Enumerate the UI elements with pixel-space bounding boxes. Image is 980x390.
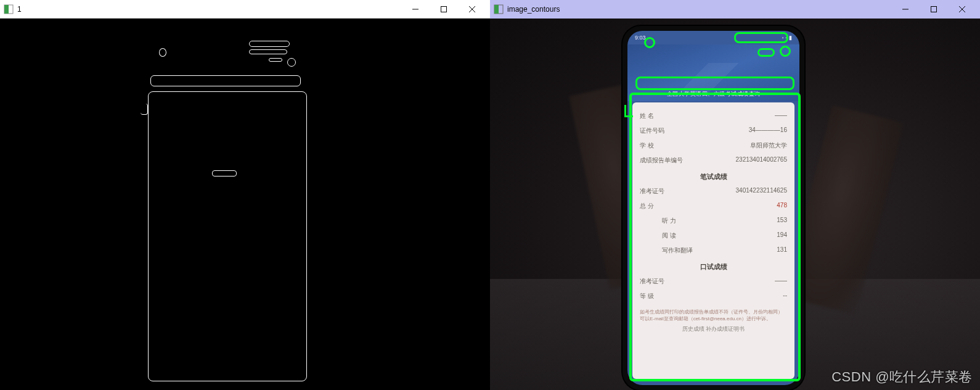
window-controls xyxy=(401,0,486,18)
photo-canvas: 9:03 ◦ ◦ ▮ 全国大学英语四、六级考试成绩查询 姓 名 —— xyxy=(490,19,980,390)
svg-rect-9 xyxy=(931,7,937,12)
edge-canvas xyxy=(0,19,490,390)
title-left: 1 xyxy=(17,5,401,14)
titlebar-left[interactable]: 1 xyxy=(0,0,490,19)
contour-main xyxy=(148,91,307,381)
window-edge-view: 1 xyxy=(0,0,490,390)
green-contour xyxy=(757,48,775,57)
contour xyxy=(269,58,282,62)
contour xyxy=(141,104,148,115)
close-button[interactable] xyxy=(458,0,486,18)
contour xyxy=(287,58,296,67)
titlebar-right[interactable]: image_contours xyxy=(490,0,980,19)
contour xyxy=(249,41,290,47)
contour xyxy=(159,48,166,57)
svg-rect-1 xyxy=(4,5,9,14)
window-controls xyxy=(891,0,976,19)
watermark: CSDN @吃什么芹菜卷 xyxy=(831,368,973,386)
back-icon xyxy=(634,60,645,72)
refresh-icon xyxy=(782,60,793,72)
contour xyxy=(249,49,287,54)
green-contour xyxy=(635,77,794,90)
app-icon xyxy=(494,4,504,14)
green-contour xyxy=(780,46,791,57)
contour xyxy=(212,170,237,176)
window-contours-view: image_contours 9:03 ◦ ◦ ▮ xyxy=(490,0,980,390)
green-contour xyxy=(624,105,633,117)
contour xyxy=(150,75,301,86)
svg-rect-3 xyxy=(441,6,447,12)
svg-rect-7 xyxy=(494,5,499,14)
close-button[interactable] xyxy=(948,0,976,19)
app-icon xyxy=(4,4,14,14)
phone-top-icons xyxy=(634,60,793,72)
maximize-button[interactable] xyxy=(430,0,458,18)
minimize-button[interactable] xyxy=(401,0,430,18)
green-contour xyxy=(734,32,788,43)
title-right: image_contours xyxy=(507,5,891,14)
minimize-button[interactable] xyxy=(891,0,920,19)
maximize-button[interactable] xyxy=(920,0,948,19)
green-contour-main xyxy=(629,93,801,381)
green-contour xyxy=(644,37,655,48)
